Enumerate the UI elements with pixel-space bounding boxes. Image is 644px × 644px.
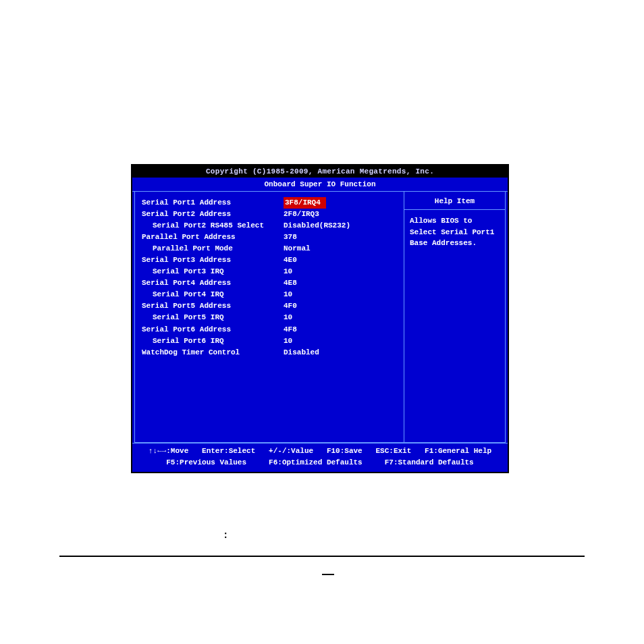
setting-value[interactable]: 10	[284, 313, 292, 321]
setting-row[interactable]: Serial Port3 IRQ10	[142, 266, 397, 277]
footer-line-1: ↑↓←→:Move Enter:Select +/-/:Value F10:Sa…	[149, 446, 491, 457]
setting-label: Parallel Port Mode	[142, 243, 284, 254]
setting-row[interactable]: Serial Port2 RS485 SelectDisabled(RS232)	[142, 220, 397, 232]
setting-row[interactable]: Serial Port2 Address2F8/IRQ3	[142, 209, 397, 220]
setting-label: Parallel Port Address	[142, 232, 284, 243]
setting-row[interactable]: Serial Port1 Address3F8/IRQ4	[142, 197, 397, 209]
setting-label: Serial Port6 Address	[142, 324, 284, 336]
hr-line	[59, 556, 585, 557]
setting-label: Serial Port5 IRQ	[142, 312, 284, 323]
setting-value[interactable]: Normal	[284, 244, 311, 252]
stray-colon: :	[223, 530, 228, 541]
setting-label: WatchDog Timer Control	[142, 347, 284, 358]
setting-label: Serial Port4 IRQ	[142, 289, 284, 300]
help-panel: Help Item Allows BIOS to Select Serial P…	[404, 192, 506, 443]
setting-label: Serial Port4 Address	[142, 277, 284, 289]
settings-panel[interactable]: Serial Port1 Address3F8/IRQ4Serial Port2…	[134, 192, 404, 443]
setting-value[interactable]: 378	[284, 233, 297, 241]
setting-label: Serial Port5 Address	[142, 300, 284, 312]
setting-value[interactable]: 10	[284, 290, 292, 298]
setting-row[interactable]: Serial Port5 IRQ10	[142, 312, 397, 323]
stray-underscore	[322, 574, 334, 575]
setting-row[interactable]: Serial Port6 Address4F8	[142, 324, 397, 336]
bios-window: Copyright (C)1985-2009, American Megatre…	[131, 164, 509, 473]
setting-value[interactable]: 10	[284, 337, 292, 345]
setting-value[interactable]: 4F0	[284, 302, 297, 310]
setting-row[interactable]: Serial Port4 IRQ10	[142, 289, 397, 300]
setting-row[interactable]: Serial Port6 IRQ10	[142, 336, 397, 347]
setting-label: Serial Port3 IRQ	[142, 266, 284, 277]
setting-value[interactable]: 4F8	[284, 325, 297, 333]
setting-value[interactable]: 10	[284, 267, 292, 275]
setting-value[interactable]: 2F8/IRQ3	[284, 210, 319, 218]
setting-row[interactable]: Serial Port3 Address4E0	[142, 254, 397, 266]
setting-value[interactable]: 4E0	[284, 256, 297, 264]
help-title: Help Item	[404, 192, 505, 210]
setting-row[interactable]: Parallel Port Address378	[142, 232, 397, 243]
setting-label: Serial Port3 Address	[142, 254, 284, 266]
setting-value[interactable]: Disabled(RS232)	[284, 221, 350, 230]
setting-row[interactable]: Serial Port4 Address4E8	[142, 277, 397, 289]
bios-titlebar: Copyright (C)1985-2009, American Megatre…	[132, 165, 508, 178]
setting-label: Serial Port2 Address	[142, 209, 284, 220]
setting-row[interactable]: Parallel Port ModeNormal	[142, 243, 397, 254]
footer-line-2: F5:Previous Values F6:Optimized Defaults…	[166, 457, 473, 468]
setting-value[interactable]: 4E8	[284, 279, 297, 287]
setting-label: Serial Port2 RS485 Select	[142, 220, 284, 232]
setting-label: Serial Port1 Address	[142, 197, 284, 209]
footer-bar: ↑↓←→:Move Enter:Select +/-/:Value F10:Sa…	[132, 443, 508, 470]
setting-row[interactable]: WatchDog Timer ControlDisabled	[142, 347, 397, 358]
setting-label: Serial Port6 IRQ	[142, 336, 284, 347]
setting-value[interactable]: 3F8/IRQ4	[284, 197, 326, 209]
bios-subtitle: Onboard Super IO Function	[132, 178, 508, 192]
setting-row[interactable]: Serial Port5 Address4F0	[142, 300, 397, 312]
setting-value[interactable]: Disabled	[284, 348, 319, 356]
help-body: Allows BIOS to Select Serial Port1 Base …	[404, 210, 505, 254]
bios-body: Serial Port1 Address3F8/IRQ4Serial Port2…	[132, 192, 508, 443]
